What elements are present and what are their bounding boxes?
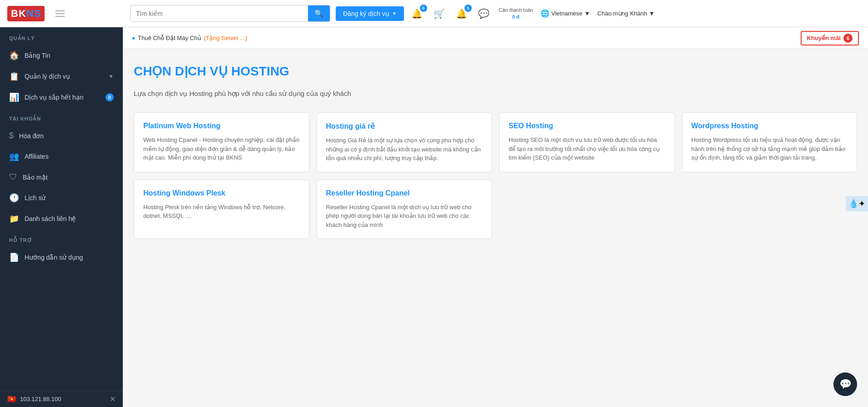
- header-right: 🔍 Đăng ký dịch vụ ▼ 🔔 0 🛒 🔔 5 💬 Cần th: [130, 5, 861, 22]
- sidebar: QUẢN LÝ 🏠 Bảng Tin 📋 Quản lý dịch vụ ▼ 📊…: [0, 27, 123, 407]
- chevron-icon: ▼: [108, 73, 114, 80]
- sidebar-label-bang-tin: Bảng Tin: [25, 52, 114, 59]
- ip-close-button[interactable]: ✕: [110, 395, 116, 403]
- sidebar-label-lich-su: Lịch sử: [25, 194, 114, 201]
- service-desc-platinum: Web Hosting Cpanel - Hosting chuyên nghi…: [143, 136, 300, 162]
- page-subtitle: Lựa chọn dịch vụ Hosting phù hợp với nhu…: [134, 90, 857, 98]
- service-desc-wordpress: Hosting Wordpress tối ưu hiệu quả hoạt đ…: [691, 136, 848, 162]
- promo-badge: 6: [843, 34, 853, 43]
- ip-address: 103.121.88.100: [20, 396, 106, 402]
- register-service-button[interactable]: Đăng ký dịch vụ ▼: [336, 6, 404, 21]
- sidebar-section-label-account: TÀI KHOẢN: [0, 108, 123, 126]
- promo-dot-icon: •: [132, 34, 135, 43]
- welcome-chevron-icon: ▼: [649, 10, 655, 17]
- service-title-gia-re: Hosting giá rẻ: [326, 122, 483, 131]
- cart-button[interactable]: 🛒: [432, 6, 447, 21]
- main-content: CHỌN DỊCH VỤ HOSTING Lựa chọn dịch vụ Ho…: [123, 49, 868, 407]
- notifications-button[interactable]: 🔔 0: [409, 6, 424, 21]
- bell-button[interactable]: 🔔 5: [454, 6, 469, 21]
- sidebar-label-quan-ly-dich-vu: Quản lý dịch vụ: [25, 73, 103, 80]
- sidebar-item-hoa-don[interactable]: $ Hóa đơn: [0, 126, 123, 146]
- services-grid-row2: Hosting Windows Plesk Hosting Plesk trên…: [134, 180, 857, 239]
- header-icons: 🔔 0 🛒 🔔 5 💬 Cần thanh toán 0 đ 🌐 Vietnam…: [409, 6, 655, 21]
- affiliates-icon: 👥: [9, 151, 19, 161]
- sidebar-section-label-support: HỖ TRỢ: [0, 229, 123, 247]
- service-card-seo-hosting[interactable]: SEO Hosting Hosting SEO là một dịch vụ l…: [499, 112, 675, 172]
- welcome-label: Chào mừng Khánh: [597, 10, 647, 17]
- logo-area: BKNS: [7, 6, 130, 21]
- service-card-platinum-web-hosting[interactable]: Platinum Web Hosting Web Hosting Cpanel …: [134, 112, 309, 172]
- promo-highlight-text: (Tặng Server ...): [204, 35, 247, 41]
- sidebar-label-huong-dan-su-dung: Hướng dẫn sử dụng: [25, 254, 114, 261]
- search-input[interactable]: [131, 6, 308, 21]
- lang-chevron-icon: ▼: [584, 10, 590, 17]
- floating-water-icon[interactable]: 💧✦: [846, 196, 868, 211]
- notification-badge: 0: [420, 5, 427, 12]
- payment-amount: 0 đ: [512, 14, 520, 20]
- welcome-button[interactable]: Chào mừng Khánh ▼: [597, 10, 655, 17]
- payment-info: Cần thanh toán 0 đ: [499, 7, 533, 20]
- service-title-seo: SEO Hosting: [509, 122, 665, 130]
- message-button[interactable]: 💬: [476, 6, 491, 21]
- sidebar-section-label-management: QUẢN LÝ: [0, 27, 123, 45]
- sidebar-item-quan-ly-dich-vu[interactable]: 📋 Quản lý dịch vụ ▼: [0, 66, 123, 87]
- service-title-wordpress: Wordpress Hosting: [691, 122, 848, 130]
- sidebar-label-dich-vu-sap-het-han: Dịch vụ sắp hết hạn: [25, 94, 100, 101]
- sidebar-label-hoa-don: Hóa đơn: [19, 132, 114, 140]
- globe-icon: 🌐: [540, 9, 550, 18]
- service-card-wordpress-hosting[interactable]: Wordpress Hosting Hosting Wordpress tối …: [682, 112, 858, 172]
- promo-link: • Thuê Chỗ Đặt Máy Chủ (Tặng Server ...): [132, 34, 247, 43]
- chart-icon: 📊: [9, 92, 19, 102]
- service-desc-windows-plesk: Hosting Plesk trên nền tảng Windows hỗ t…: [143, 203, 300, 221]
- home-icon: 🏠: [9, 50, 19, 60]
- promo-btn-label: Khuyến mãi: [807, 35, 841, 41]
- service-card-hosting-gia-re[interactable]: Hosting giá rẻ Hosting Giá Rẻ là một sự …: [317, 112, 492, 172]
- sidebar-item-dich-vu-sap-het-han[interactable]: 📊 Dịch vụ sắp hết hạn 0: [0, 87, 123, 108]
- contact-icon: 📁: [9, 214, 19, 224]
- sidebar-section-management: QUẢN LÝ 🏠 Bảng Tin 📋 Quản lý dịch vụ ▼ 📊…: [0, 27, 123, 108]
- services-grid-row1: Platinum Web Hosting Web Hosting Cpanel …: [134, 112, 857, 172]
- sidebar-section-support: HỖ TRỢ 📄 Hướng dẫn sử dụng: [0, 229, 123, 268]
- payment-label: Cần thanh toán: [499, 7, 533, 13]
- sidebar-item-huong-dan-su-dung[interactable]: 📄 Hướng dẫn sử dụng: [0, 247, 123, 268]
- sidebar-item-affiliates[interactable]: 👥 Affiliates: [0, 146, 123, 167]
- sidebar-section-account: TÀI KHOẢN $ Hóa đơn 👥 Affiliates 🛡 Bảo m…: [0, 108, 123, 229]
- service-card-hosting-windows-plesk[interactable]: Hosting Windows Plesk Hosting Plesk trên…: [134, 180, 309, 239]
- chat-icon: 💬: [839, 378, 852, 390]
- sidebar-item-bang-tin[interactable]: 🏠 Bảng Tin: [0, 45, 123, 66]
- service-desc-reseller: Reseller Hosting Cpanel là một dịch vụ l…: [326, 203, 483, 230]
- ip-bar: 🇻🇳 103.121.88.100 ✕: [0, 391, 123, 407]
- history-icon: 🕐: [9, 193, 19, 203]
- promo-button[interactable]: Khuyến mãi 6: [801, 31, 859, 45]
- service-card-reseller-hosting-cpanel[interactable]: Reseller Hosting Cpanel Reseller Hosting…: [317, 180, 492, 239]
- page-title: CHỌN DỊCH VỤ HOSTING: [134, 64, 857, 79]
- hamburger-menu[interactable]: [56, 10, 65, 17]
- bkns-logo: BKNS: [7, 6, 45, 21]
- ip-flag-icon: 🇻🇳: [7, 395, 16, 403]
- expiring-badge: 0: [106, 93, 114, 101]
- sidebar-label-danh-sach-lien-he: Danh sách liên hệ: [25, 215, 114, 222]
- sidebar-label-bao-mat: Bảo mật: [23, 174, 114, 181]
- chat-button[interactable]: 💬: [833, 372, 857, 396]
- guide-icon: 📄: [9, 252, 19, 262]
- shield-icon: 🛡: [9, 172, 17, 182]
- dollar-icon: $: [9, 131, 14, 141]
- language-selector[interactable]: 🌐 Vietnamese ▼: [540, 9, 590, 18]
- list-icon: 📋: [9, 71, 19, 81]
- service-desc-gia-re: Hosting Giá Rẻ là một sự lựa chọn vô cùn…: [326, 136, 483, 163]
- service-desc-seo: Hosting SEO là một dịch vụ lưu trữ web đ…: [509, 136, 665, 162]
- service-title-platinum: Platinum Web Hosting: [143, 122, 300, 130]
- sidebar-item-danh-sach-lien-he[interactable]: 📁 Danh sách liên hệ: [0, 208, 123, 229]
- chevron-down-icon: ▼: [392, 11, 397, 16]
- service-title-windows-plesk: Hosting Windows Plesk: [143, 189, 300, 197]
- search-button[interactable]: 🔍: [308, 5, 330, 21]
- bell-badge: 5: [464, 5, 472, 12]
- sidebar-label-affiliates: Affiliates: [25, 153, 114, 160]
- sidebar-item-bao-mat[interactable]: 🛡 Bảo mật: [0, 167, 123, 187]
- search-box: 🔍: [130, 5, 330, 22]
- secondary-header: • Thuê Chỗ Đặt Máy Chủ (Tặng Server ...)…: [123, 27, 868, 49]
- service-title-reseller: Reseller Hosting Cpanel: [326, 189, 483, 197]
- top-header: BKNS 🔍 Đăng ký dịch vụ ▼ 🔔 0 🛒 🔔 5: [0, 0, 868, 27]
- sidebar-item-lich-su[interactable]: 🕐 Lịch sử: [0, 187, 123, 208]
- promo-server-text: Thuê Chỗ Đặt Máy Chủ: [138, 35, 201, 41]
